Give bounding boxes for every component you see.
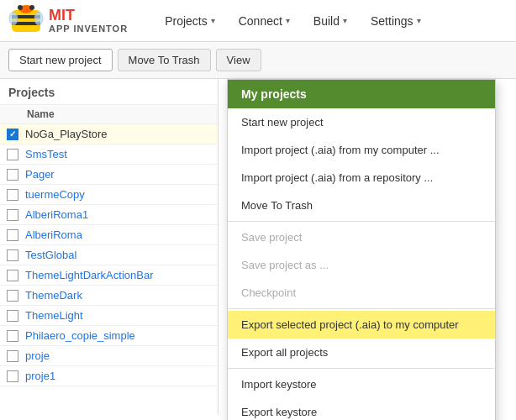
project-checkbox[interactable] xyxy=(7,189,18,201)
dropdown-item[interactable]: Start new project xyxy=(228,108,495,136)
project-name: ThemeDark xyxy=(25,289,82,302)
project-name: SmsTest xyxy=(25,148,67,160)
dropdown-item[interactable]: Import project (.aia) from a repository … xyxy=(228,164,495,192)
nav-build-label: Build xyxy=(313,14,340,28)
table-row[interactable]: TestGlobal xyxy=(0,245,218,265)
table-row[interactable]: Pager xyxy=(0,165,218,185)
project-checkbox[interactable] xyxy=(7,129,18,140)
dropdown-item[interactable]: Export keystore xyxy=(228,398,495,420)
start-new-project-button[interactable]: Start new project xyxy=(8,49,113,71)
header: MIT APP INVENTOR Projects ▾ Connect ▾ Bu… xyxy=(0,0,516,42)
project-name: tuermeCopy xyxy=(25,188,85,201)
project-name: proje xyxy=(25,349,50,362)
project-name: ThemeLightDarkActionBar xyxy=(25,269,153,281)
table-row[interactable]: NoGa_PlayStore xyxy=(0,124,218,144)
project-checkbox[interactable] xyxy=(7,330,18,342)
nav-settings[interactable]: Settings ▾ xyxy=(359,0,433,42)
dropdown-divider xyxy=(228,221,495,222)
project-checkbox[interactable] xyxy=(7,249,18,261)
svg-point-5 xyxy=(29,5,34,10)
dropdown-item: Save project as ... xyxy=(228,251,495,279)
nav-projects-label: Projects xyxy=(165,14,208,28)
project-checkbox[interactable] xyxy=(7,350,18,362)
nav-settings-label: Settings xyxy=(371,14,413,28)
table-row[interactable]: AlberiRoma xyxy=(0,225,218,245)
main-area: Projects Name NoGa_PlayStoreSmsTestPager… xyxy=(0,79,516,415)
svg-point-7 xyxy=(34,12,43,25)
table-row[interactable]: AlberiRoma1 xyxy=(0,205,218,225)
dropdown-item[interactable]: Export selected project (.aia) to my com… xyxy=(228,311,495,339)
table-row[interactable]: proje1 xyxy=(0,366,218,386)
nav-settings-arrow: ▾ xyxy=(417,16,421,25)
dropdown-item[interactable]: Import project (.aia) from my computer .… xyxy=(228,136,495,164)
logo-area: MIT APP INVENTOR xyxy=(8,3,128,39)
project-name: AlberiRoma xyxy=(25,228,82,241)
project-name: ThemeLight xyxy=(25,309,83,322)
projects-panel: Projects Name NoGa_PlayStoreSmsTestPager… xyxy=(0,79,219,415)
table-row[interactable]: ThemeLightDarkActionBar xyxy=(0,265,218,286)
dropdown-my-projects[interactable]: My projects xyxy=(228,80,495,108)
logo-text: MIT APP INVENTOR xyxy=(49,8,128,34)
project-checkbox[interactable] xyxy=(7,169,18,181)
project-name: Philaero_copie_simple xyxy=(25,329,135,342)
project-checkbox[interactable] xyxy=(7,290,18,302)
nav-connect[interactable]: Connect ▾ xyxy=(227,0,302,42)
project-name: TestGlobal xyxy=(25,249,76,261)
projects-panel-title: Projects xyxy=(0,79,218,105)
projects-dropdown: My projects Start new projectImport proj… xyxy=(227,79,496,420)
nav-projects[interactable]: Projects ▾ xyxy=(153,0,227,42)
projects-table: Name NoGa_PlayStoreSmsTestPagertuermeCop… xyxy=(0,105,218,386)
logo-mit-label: MIT xyxy=(49,8,128,24)
projects-table-header: Name xyxy=(0,105,218,124)
project-name: Pager xyxy=(25,168,55,181)
table-row[interactable]: ThemeDark xyxy=(0,286,218,306)
dropdown-divider xyxy=(228,368,495,369)
project-checkbox[interactable] xyxy=(7,270,18,281)
project-name: proje1 xyxy=(25,370,55,382)
logo-appinventor-label: APP INVENTOR xyxy=(49,24,128,34)
project-checkbox[interactable] xyxy=(7,209,18,221)
table-row[interactable]: Philaero_copie_simple xyxy=(0,326,218,346)
nav-connect-label: Connect xyxy=(239,14,282,28)
table-row[interactable]: ThemeLight xyxy=(0,306,218,326)
project-name: AlberiRoma1 xyxy=(25,208,88,221)
table-row[interactable]: proje xyxy=(0,346,218,366)
toolbar: Start new project Move To Trash View xyxy=(0,42,516,79)
dropdown-item[interactable]: Export all projects xyxy=(228,339,495,366)
nav-connect-arrow: ▾ xyxy=(286,16,290,25)
project-checkbox[interactable] xyxy=(7,370,18,382)
nav-build[interactable]: Build ▾ xyxy=(302,0,359,42)
project-checkbox[interactable] xyxy=(7,149,18,160)
dropdown-item: Checkpoint xyxy=(228,279,495,307)
table-row[interactable]: SmsTest xyxy=(0,144,218,165)
svg-point-4 xyxy=(18,5,23,10)
dropdown-item: Save project xyxy=(228,223,495,251)
nav-build-arrow: ▾ xyxy=(343,16,347,25)
table-row[interactable]: tuermeCopy xyxy=(0,185,218,205)
project-checkbox[interactable] xyxy=(7,310,18,322)
projects-col-name: Name xyxy=(27,108,55,120)
project-checkbox[interactable] xyxy=(7,229,18,241)
project-name: NoGa_PlayStore xyxy=(25,128,108,140)
dropdown-item[interactable]: Move To Trash xyxy=(228,192,495,219)
dropdown-divider xyxy=(228,308,495,309)
logo-icon xyxy=(8,3,44,39)
nav-projects-arrow: ▾ xyxy=(211,16,215,25)
view-button[interactable]: View xyxy=(216,49,261,71)
svg-point-6 xyxy=(9,12,18,25)
dropdown-item[interactable]: Import keystore xyxy=(228,370,495,398)
nav-menu: Projects ▾ Connect ▾ Build ▾ Settings ▾ xyxy=(153,0,508,42)
move-to-trash-button[interactable]: Move To Trash xyxy=(118,49,211,71)
